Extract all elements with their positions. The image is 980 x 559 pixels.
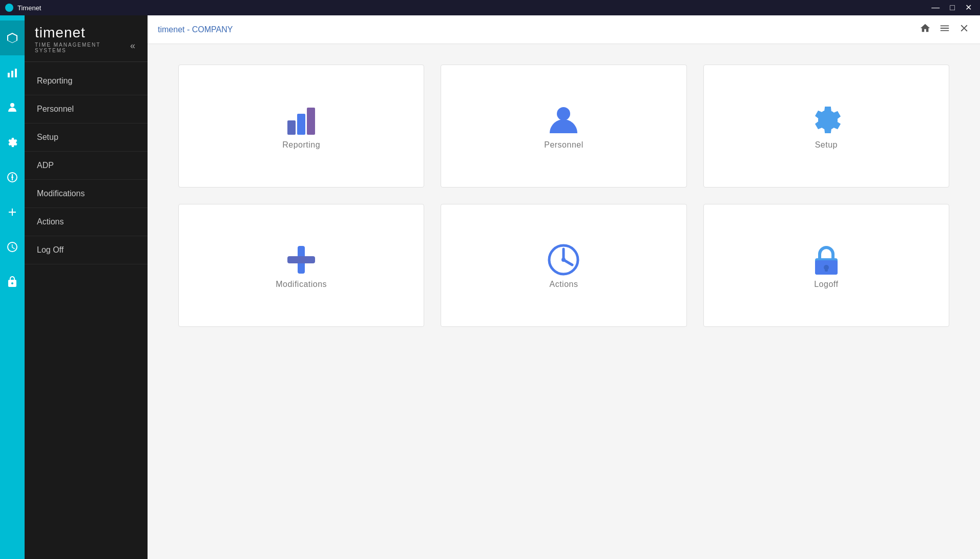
header-menu-button[interactable] — [939, 23, 950, 36]
card-personnel-label: Personnel — [544, 140, 583, 150]
svg-point-8 — [557, 107, 570, 120]
actions-icon — [546, 242, 581, 280]
svg-rect-0 — [8, 73, 10, 77]
grid-area: Reporting Personnel — [148, 44, 980, 559]
sidebar-icon-home[interactable] — [0, 20, 25, 55]
sidebar-logo: timenet TIME MANAGEMENT SYSTEMS — [35, 25, 128, 53]
sidebar-item-setup[interactable]: Setup — [25, 123, 148, 152]
app-container: timenet TIME MANAGEMENT SYSTEMS « Report… — [0, 15, 980, 559]
sidebar-item-label-actions: Actions — [37, 217, 64, 226]
sidebar-icon-modifications[interactable] — [0, 195, 25, 230]
header-home-button[interactable] — [920, 23, 931, 36]
card-modifications-label: Modifications — [276, 280, 327, 289]
sidebar-item-reporting[interactable]: Reporting — [25, 67, 148, 95]
svg-point-3 — [10, 103, 14, 107]
header-close-button[interactable] — [958, 23, 970, 36]
sidebar-item-label-setup: Setup — [37, 133, 58, 142]
titlebar-left: Timenet — [5, 4, 41, 12]
sidebar-item-label-modifications: Modifications — [37, 189, 85, 198]
main-header: timenet - COMPANY — [148, 15, 980, 44]
card-actions-label: Actions — [550, 280, 578, 289]
titlebar-title: Timenet — [17, 4, 41, 12]
card-setup-label: Setup — [815, 140, 838, 150]
svg-rect-1 — [11, 71, 13, 77]
sidebar-icon-personnel[interactable] — [0, 90, 25, 125]
sidebar-logo-subtitle: TIME MANAGEMENT SYSTEMS — [35, 42, 128, 53]
sidebar-header: timenet TIME MANAGEMENT SYSTEMS « — [25, 15, 148, 62]
sidebar-item-adp[interactable]: ADP — [25, 152, 148, 180]
sidebar-item-actions[interactable]: Actions — [25, 208, 148, 236]
card-logoff-label: Logoff — [814, 280, 838, 289]
main-content: timenet - COMPANY — [148, 15, 980, 559]
card-setup[interactable]: Setup — [703, 65, 949, 188]
sidebar-logo-title: timenet — [35, 25, 128, 41]
sidebar-icon-reporting[interactable] — [0, 55, 25, 90]
minimize-button[interactable]: — — [928, 0, 943, 15]
app-icon — [5, 4, 13, 12]
logoff-icon — [808, 242, 844, 280]
sidebar-icon-strip — [0, 15, 25, 559]
close-button[interactable]: ✕ — [962, 0, 975, 15]
grid-row-1: Reporting Personnel — [178, 65, 949, 188]
svg-point-14 — [561, 258, 566, 262]
modifications-icon — [283, 242, 319, 280]
reporting-icon — [283, 102, 319, 140]
main-title: timenet - COMPANY — [158, 25, 233, 34]
titlebar-controls: — □ ✕ — [928, 0, 975, 15]
sidebar-icon-actions[interactable] — [0, 230, 25, 264]
sidebar-item-logoff[interactable]: Log Off — [25, 236, 148, 264]
svg-rect-5 — [287, 120, 296, 135]
sidebar-icon-logoff[interactable] — [0, 264, 25, 299]
card-modifications[interactable]: Modifications — [178, 204, 424, 327]
sidebar-item-label-reporting: Reporting — [37, 76, 72, 86]
sidebar-collapse-button[interactable]: « — [128, 38, 137, 53]
svg-rect-6 — [297, 114, 305, 135]
svg-rect-10 — [287, 256, 315, 263]
sidebar-item-label-personnel: Personnel — [37, 105, 74, 114]
setup-icon — [808, 102, 844, 140]
svg-point-4 — [11, 176, 13, 178]
sidebar-icon-setup[interactable] — [0, 125, 25, 160]
card-reporting-label: Reporting — [282, 140, 320, 150]
card-actions[interactable]: Actions — [441, 204, 686, 327]
sidebar-item-modifications[interactable]: Modifications — [25, 180, 148, 208]
maximize-button[interactable]: □ — [947, 0, 958, 15]
svg-rect-18 — [825, 267, 828, 272]
sidebar-item-personnel[interactable]: Personnel — [25, 95, 148, 123]
header-actions — [920, 23, 970, 36]
sidebar-nav: timenet TIME MANAGEMENT SYSTEMS « Report… — [25, 15, 148, 559]
sidebar-items: Reporting Personnel Setup ADP Modificati… — [25, 62, 148, 270]
svg-rect-7 — [307, 108, 315, 135]
sidebar-item-label-logoff: Log Off — [37, 245, 64, 255]
card-personnel[interactable]: Personnel — [441, 65, 686, 188]
sidebar-item-label-adp: ADP — [37, 161, 54, 170]
sidebar-icon-adp[interactable] — [0, 160, 25, 195]
titlebar: Timenet — □ ✕ — [0, 0, 980, 15]
grid-row-2: Modifications Actions — [178, 204, 949, 327]
svg-rect-2 — [15, 69, 17, 77]
card-logoff[interactable]: Logoff — [703, 204, 949, 327]
personnel-icon — [546, 102, 581, 140]
card-reporting[interactable]: Reporting — [178, 65, 424, 188]
